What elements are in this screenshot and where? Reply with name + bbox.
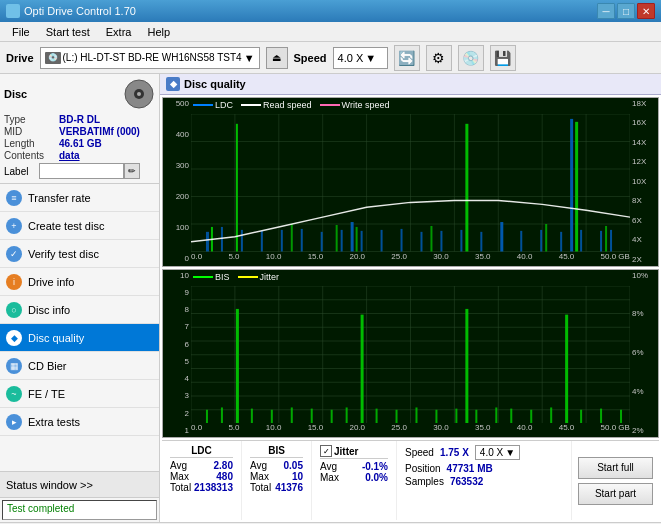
samples-val: 763532 [450,476,483,487]
close-button[interactable]: ✕ [637,3,655,19]
drive-value: (L:) HL-DT-ST BD-RE WH16NS58 TST4 [63,52,242,63]
status-window-label: Status window >> [6,479,93,491]
y-right-2x: 2X [630,256,658,264]
jitter-header-row: ✓ Jitter [320,445,388,459]
eject-button[interactable]: ⏏ [266,47,288,69]
x-10: 10.0 [266,252,282,261]
main-layout: Disc Type BD-R DL MID VERBATIMf (000) Le… [0,74,661,522]
c2-y-1: 1 [163,427,191,435]
sidebar-item-drive-info[interactable]: i Drive info [0,268,159,296]
svg-rect-91 [465,308,468,423]
fe-te-label: FE / TE [28,388,65,400]
bis-label: BIS [215,272,230,282]
title-bar: Opti Drive Control 1.70 ─ □ ✕ [0,0,661,22]
y-right-8x: 8X [630,197,658,205]
y-right-6x: 6X [630,217,658,225]
sidebar-item-verify-test-disc[interactable]: ✓ Verify test disc [0,240,159,268]
sidebar-item-create-test-disc[interactable]: + Create test disc [0,212,159,240]
drive-select[interactable]: 💿 (L:) HL-DT-ST BD-RE WH16NS58 TST4 ▼ [40,47,260,69]
speed-label: Speed [294,52,327,64]
disc-length-row: Length 46.61 GB [4,138,155,149]
save-button[interactable]: 💾 [490,45,516,71]
disc-quality-label: Disc quality [28,332,84,344]
write-speed-label: Write speed [342,100,390,110]
transfer-rate-icon: ≡ [6,190,22,206]
svg-rect-26 [321,232,323,252]
label-input[interactable] [39,163,124,179]
maximize-button[interactable]: □ [617,3,635,19]
menu-start-test[interactable]: Start test [38,24,98,40]
disc-quality-title: Disc quality [184,78,246,90]
y-label-400: 400 [163,131,191,139]
svg-rect-35 [480,232,482,252]
x-15: 15.0 [308,252,324,261]
create-test-disc-label: Create test disc [28,220,104,232]
x-30: 30.0 [433,252,449,261]
speed-val: 1.75 X [440,447,469,458]
menu-help[interactable]: Help [139,24,178,40]
svg-rect-94 [510,408,512,423]
sidebar-item-disc-quality[interactable]: ◆ Disc quality [0,324,159,352]
c2-x-35: 35.0 [475,423,491,432]
sidebar-item-cd-bier[interactable]: ▦ CD Bier [0,352,159,380]
jitter-avg-val: -0.1% [362,461,388,472]
refresh-button[interactable]: 🔄 [394,45,420,71]
jitter-color [238,276,258,278]
ldc-max-label: Max [170,471,189,482]
svg-rect-98 [580,409,582,423]
disc-section-title: Disc [4,88,27,100]
minimize-button[interactable]: ─ [597,3,615,19]
stats-area: LDC Avg 2.80 Max 480 Total 2138313 [162,440,659,520]
sidebar-item-transfer-rate[interactable]: ≡ Transfer rate [0,184,159,212]
sidebar-item-extra-tests[interactable]: ▸ Extra tests [0,408,159,436]
svg-rect-46 [291,224,293,252]
c2-x-5: 5.0 [228,423,239,432]
c2-y-4: 4 [163,375,191,383]
menu-file[interactable]: File [4,24,38,40]
disc-contents-row: Contents data [4,150,155,161]
length-val: 46.61 GB [59,138,102,149]
svg-rect-53 [605,226,607,252]
y-right-14x: 14X [630,139,658,147]
samples-label: Samples [405,476,444,487]
ldc-max-val: 480 [216,471,233,482]
y-label-300: 300 [163,162,191,170]
x-40: 40.0 [517,252,533,261]
jitter-max-row: Max 0.0% [320,472,388,483]
drive-info-icon: i [6,274,22,290]
create-test-disc-icon: + [6,218,22,234]
speed-select-box[interactable]: 4.0 X ▼ [475,445,520,460]
bis-total-val: 41376 [275,482,303,493]
svg-rect-85 [361,314,364,423]
start-part-button[interactable]: Start part [578,483,653,505]
sidebar-item-disc-info[interactable]: ○ Disc info [0,296,159,324]
c2-x-20: 20.0 [349,423,365,432]
disc-quality-icon: ◆ [6,330,22,346]
jitter-checkbox[interactable]: ✓ [320,445,332,457]
verify-test-disc-label: Verify test disc [28,248,99,260]
speed-select[interactable]: 4.0 X ▼ [333,47,388,69]
svg-rect-92 [475,409,477,423]
read-speed-label: Read speed [263,100,312,110]
chart2-legend: BIS Jitter [193,272,279,282]
sidebar-item-fe-te[interactable]: ~ FE / TE [0,380,159,408]
start-full-button[interactable]: Start full [578,457,653,479]
disc-button[interactable]: 💿 [458,45,484,71]
status-window-button[interactable]: Status window >> [0,472,159,498]
settings-button[interactable]: ⚙ [426,45,452,71]
menu-extra[interactable]: Extra [98,24,140,40]
c2-yr-8: 8% [630,310,658,318]
svg-rect-24 [281,230,283,252]
bis-avg-val: 0.05 [284,460,303,471]
svg-rect-81 [291,407,293,423]
status-text: Test completed [2,500,157,520]
y-right-12x: 12X [630,158,658,166]
contents-val[interactable]: data [59,150,80,161]
c2-y-7: 7 [163,323,191,331]
chart1-svg [191,114,630,252]
contents-key: Contents [4,150,59,161]
c2-y-3: 3 [163,392,191,400]
svg-rect-21 [221,227,223,252]
label-edit-button[interactable]: ✏ [124,163,140,179]
svg-rect-82 [311,408,313,423]
